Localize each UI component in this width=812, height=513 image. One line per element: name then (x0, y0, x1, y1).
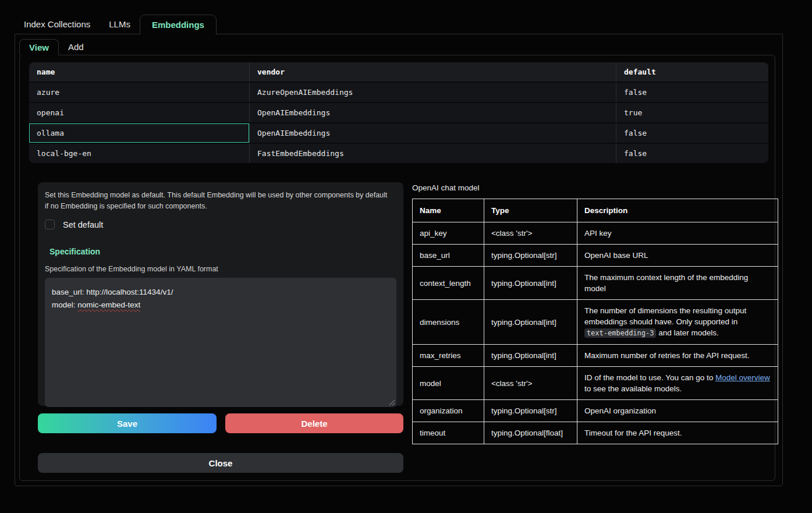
misspelled-word: nomic-embed-text (77, 300, 140, 309)
docs-column: OpenAI chat model Name Type Description … (412, 182, 778, 473)
cell-name: local-bge-en (29, 144, 249, 163)
header-name: name (29, 62, 249, 82)
param-type: typing.Optional[str] (484, 245, 577, 267)
cell-vendor: OpenAIEmbeddings (249, 103, 616, 122)
embeddings-panel: View Add name vendor default azureAzureO… (15, 34, 783, 486)
cell-default: false (616, 144, 768, 163)
param-row: api_key<class 'str'>API key (413, 222, 778, 245)
yaml-lines: base_url: http://localhost:11434/v1/mode… (52, 286, 389, 312)
resize-handle-icon[interactable] (389, 399, 395, 405)
param-name: max_retries (413, 345, 484, 367)
embeddings-table-header: name vendor default (29, 62, 768, 83)
sub-tab-bar: View Add (15, 34, 782, 55)
specification-help-text: Specification of the Embedding model in … (45, 265, 396, 273)
param-row: model<class 'str'>ID of the model to use… (413, 367, 778, 400)
tab-view[interactable]: View (19, 39, 59, 55)
model-overview-link[interactable]: Model overview (715, 373, 770, 382)
cell-name: ollama (29, 123, 249, 143)
cell-default: false (616, 123, 768, 143)
edit-form-panel: Set this Embedding model as default. Thi… (38, 182, 403, 406)
param-row: organizationtyping.Optional[str]OpenAI o… (413, 400, 778, 422)
param-description: The maximum context length of the embedd… (577, 267, 778, 300)
param-name: organization (413, 400, 484, 422)
action-buttons: Save Delete (38, 413, 403, 433)
param-type: typing.Optional[float] (484, 422, 577, 444)
param-description: Maximum number of retries for the API re… (577, 345, 778, 367)
tab-embeddings[interactable]: Embeddings (140, 15, 217, 34)
tab-add[interactable]: Add (59, 39, 93, 55)
params-table-header: Name Type Description (413, 199, 778, 222)
detail-section: Set this Embedding model as default. Thi… (38, 182, 775, 473)
yaml-line: base_url: http://localhost:11434/v1/ (52, 286, 389, 299)
table-row[interactable]: azureAzureOpenAIEmbeddingsfalse (29, 83, 768, 103)
param-row: timeouttyping.Optional[float]Timeout for… (413, 422, 778, 444)
cell-default: true (616, 103, 768, 122)
header-default: default (616, 62, 768, 82)
header-param-name: Name (413, 199, 484, 222)
tab-llms[interactable]: LLMs (100, 15, 140, 34)
set-default-row: Set default (45, 220, 396, 229)
param-name: timeout (413, 422, 484, 444)
param-description: OpenAI organization (577, 400, 778, 422)
default-description: Set this Embedding model as default. Thi… (45, 190, 392, 212)
param-name: api_key (413, 222, 484, 245)
table-row[interactable]: ollamaOpenAIEmbeddingsfalse (29, 123, 768, 144)
delete-button[interactable]: Delete (225, 413, 403, 433)
param-row: max_retriestyping.Optional[int]Maximum n… (413, 345, 778, 367)
param-description: OpenAI base URL (577, 245, 778, 267)
specification-heading: Specification (49, 247, 396, 256)
tab-index-collections[interactable]: Index Collections (15, 15, 100, 34)
embeddings-table: name vendor default azureAzureOpenAIEmbe… (29, 62, 768, 163)
param-type: <class 'str'> (484, 367, 577, 400)
param-type: <class 'str'> (484, 222, 577, 245)
param-row: base_urltyping.Optional[str]OpenAI base … (413, 245, 778, 267)
param-name: base_url (413, 245, 484, 267)
params-table-body: api_key<class 'str'>API keybase_urltypin… (413, 222, 778, 444)
edit-column: Set this Embedding model as default. Thi… (38, 182, 403, 473)
yaml-editor[interactable]: base_url: http://localhost:11434/v1/mode… (45, 278, 396, 407)
param-name: dimensions (413, 300, 484, 345)
cell-default: false (616, 83, 768, 102)
param-description: API key (577, 222, 778, 245)
param-description: The number of dimensions the resulting o… (577, 300, 778, 345)
embeddings-table-body: azureAzureOpenAIEmbeddingsfalseopenaiOpe… (29, 83, 768, 163)
param-description: Timeout for the API request. (577, 422, 778, 444)
cell-vendor: FastEmbedEmbeddings (249, 144, 616, 163)
param-type: typing.Optional[int] (484, 267, 577, 300)
code-chip: text-embedding-3 (584, 328, 657, 338)
param-type: typing.Optional[int] (484, 345, 577, 367)
table-row[interactable]: openaiOpenAIEmbeddingstrue (29, 103, 768, 123)
header-vendor: vendor (249, 62, 616, 82)
header-param-description: Description (577, 199, 778, 222)
main-tab-bar: Index Collections LLMs Embeddings (0, 0, 812, 34)
param-type: typing.Optional[str] (484, 400, 577, 422)
cell-vendor: AzureOpenAIEmbeddings (249, 83, 616, 102)
docs-title: OpenAI chat model (412, 183, 778, 192)
header-param-type: Type (484, 199, 577, 222)
cell-name: openai (29, 103, 249, 122)
table-row[interactable]: local-bge-enFastEmbedEmbeddingsfalse (29, 144, 768, 163)
yaml-line: model: nomic-embed-text (52, 299, 389, 312)
set-default-label: Set default (63, 220, 103, 229)
param-name: model (413, 367, 484, 400)
param-row: dimensionstyping.Optional[int]The number… (413, 300, 778, 345)
param-type: typing.Optional[int] (484, 300, 577, 345)
save-button[interactable]: Save (38, 413, 217, 433)
param-description: ID of the model to use. You can go to Mo… (577, 367, 778, 400)
close-button[interactable]: Close (38, 453, 403, 473)
cell-name: azure (29, 83, 249, 102)
param-row: context_lengthtyping.Optional[int]The ma… (413, 267, 778, 300)
cell-vendor: OpenAIEmbeddings (249, 123, 616, 143)
param-name: context_length (413, 267, 484, 300)
set-default-checkbox[interactable] (45, 220, 55, 229)
view-tab-panel: name vendor default azureAzureOpenAIEmbe… (19, 55, 775, 481)
params-table: Name Type Description api_key<class 'str… (412, 199, 778, 444)
